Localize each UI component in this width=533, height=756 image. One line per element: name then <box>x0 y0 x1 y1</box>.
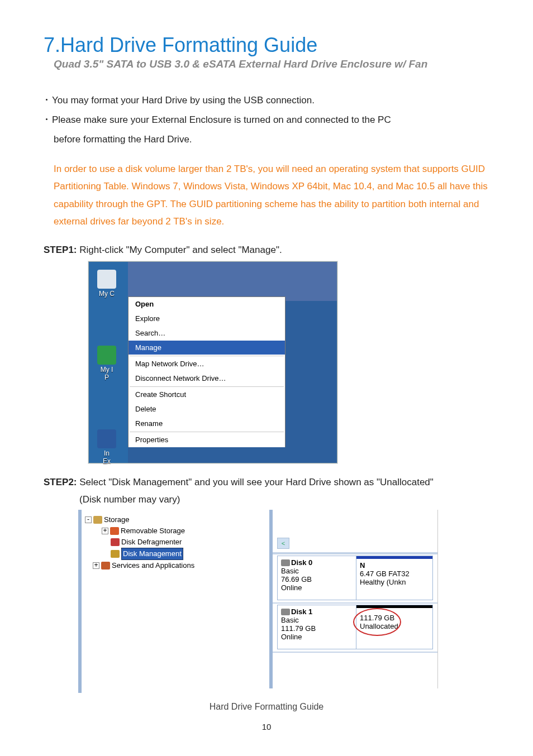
volume-size: 6.47 GB FAT32 <box>360 570 410 578</box>
bullet-dot-icon <box>46 99 47 101</box>
menu-open[interactable]: Open <box>129 297 285 312</box>
tree-removable[interactable]: + Removable Storage <box>85 525 259 537</box>
ie-icon[interactable]: In Ex <box>96 429 118 465</box>
tree-services[interactable]: + Services and Applications <box>85 560 259 571</box>
disk-mgmt-icon <box>111 550 120 558</box>
disk0-row[interactable]: Disk 0 Basic 76.69 GB Online N 6.47 GB F… <box>277 556 433 600</box>
menu-rename[interactable]: Rename <box>129 417 285 431</box>
disk0-header: Disk 0 Basic 76.69 GB Online <box>278 556 356 600</box>
defrag-icon <box>111 538 120 546</box>
page-subtitle: Quad 3.5" SATA to USB 3.0 & eSATA Extern… <box>54 58 489 70</box>
panel-divider <box>273 652 437 653</box>
page-number: 10 <box>44 722 489 731</box>
screenshot-disk-panel: < Disk 0 Basic 76.69 GB Online N 6.47 GB… <box>269 510 438 688</box>
screenshot-row: - Storage + Removable Storage Disk Defra… <box>78 510 489 693</box>
tree-label: Services and Applications <box>112 560 194 571</box>
menu-manage[interactable]: Manage <box>129 341 285 355</box>
disk1-header: Disk 1 Basic 111.79 GB Online <box>278 605 356 649</box>
panel-divider <box>273 602 437 604</box>
services-icon <box>101 562 110 570</box>
menu-separator <box>130 432 284 432</box>
icon-label: My I P <box>96 366 118 381</box>
tree-label: Disk Defragmenter <box>121 537 182 548</box>
screenshot-context-menu: My C My I P In Ex Open Explore Search… M… <box>88 261 337 463</box>
disk1-title: Disk 1 <box>291 607 312 616</box>
step2: STEP2: Select "Disk Management" and you … <box>44 475 489 490</box>
disk0-size: 76.69 GB <box>281 575 353 583</box>
disk0-title: Disk 0 <box>291 558 312 567</box>
disk1-volumes: 111.79 GB Unallocated <box>356 605 432 649</box>
my-computer-icon[interactable]: My C <box>96 270 118 298</box>
context-menu: Open Explore Search… Manage Map Network … <box>128 296 285 447</box>
page-title: 7.Hard Drive Formatting Guide <box>44 34 489 57</box>
disk-icon <box>281 609 290 615</box>
document-page: 7.Hard Drive Formatting Guide Quad 3.5" … <box>0 0 533 756</box>
disk1-row[interactable]: Disk 1 Basic 111.79 GB Online 111.79 GB … <box>277 605 433 649</box>
menu-delete[interactable]: Delete <box>129 402 285 417</box>
menu-map-drive[interactable]: Map Network Drive… <box>129 357 285 371</box>
bullet-text: Please make sure your External Enclosure… <box>52 112 391 128</box>
highlight-circle-icon <box>353 608 401 636</box>
menu-create-shortcut[interactable]: Create Shortcut <box>129 387 285 402</box>
screenshot-tree: - Storage + Removable Storage Disk Defra… <box>78 510 259 693</box>
bullet-item: Please make sure your External Enclosure… <box>44 112 489 128</box>
disk0-volumes: N 6.47 GB FAT32 Healthy (Unkn <box>356 556 432 600</box>
disk0-type: Basic <box>281 567 353 575</box>
menu-separator <box>130 386 284 387</box>
scroll-left-button[interactable]: < <box>277 538 289 549</box>
tree-storage[interactable]: - Storage <box>85 514 259 525</box>
folder-icon <box>97 346 116 365</box>
tree-label: Storage <box>104 514 130 525</box>
disk0-partition[interactable]: N 6.47 GB FAT32 Healthy (Unkn <box>356 556 432 600</box>
menu-disconnect-drive[interactable]: Disconnect Network Drive… <box>129 371 285 386</box>
bullet-item: You may format your Hard Drive by using … <box>44 93 489 109</box>
my-documents-icon[interactable]: My I P <box>96 346 118 381</box>
chevron-left-icon: < <box>282 540 285 547</box>
icon-label: My C <box>99 290 115 298</box>
desktop-background: My C My I P In Ex <box>89 262 128 463</box>
tree-defrag[interactable]: Disk Defragmenter <box>85 537 259 548</box>
computer-icon <box>97 270 116 289</box>
menu-separator <box>130 356 284 356</box>
volume-name: N <box>360 561 365 570</box>
storage-icon <box>93 516 102 524</box>
bullet-text: You may format your Hard Drive by using … <box>52 93 315 109</box>
warning-paragraph: In order to use a disk volume larger tha… <box>54 160 489 231</box>
step1-label: STEP1: <box>44 245 77 255</box>
panel-divider <box>273 552 437 554</box>
bullet-dot-icon <box>46 118 47 120</box>
footer-title: Hard Drive Formatting Guide <box>44 702 489 712</box>
step1-text: Right-click "My Computer" and select "Ma… <box>77 245 282 255</box>
bullet-continuation: before formatting the Hard Drive. <box>54 132 489 148</box>
removable-icon <box>110 527 119 535</box>
tree-disk-management[interactable]: Disk Management <box>85 548 259 560</box>
tree-label: Removable Storage <box>121 525 185 537</box>
expand-icon[interactable]: + <box>102 528 108 534</box>
menu-explore[interactable]: Explore <box>129 312 285 326</box>
step2-label: STEP2: <box>44 477 77 487</box>
volume-status: Healthy (Unkn <box>360 578 406 586</box>
disk0-status: Online <box>281 583 353 592</box>
step2-continuation: (Disk number may vary) <box>79 494 489 505</box>
disk1-unallocated[interactable]: 111.79 GB Unallocated <box>356 605 432 649</box>
disk1-status: Online <box>281 633 353 641</box>
icon-label: In Ex <box>96 449 118 465</box>
disk-icon <box>281 559 290 566</box>
tree-label-selected: Disk Management <box>121 548 183 560</box>
menu-search[interactable]: Search… <box>129 326 285 341</box>
browser-icon <box>97 429 116 448</box>
disk1-type: Basic <box>281 616 353 624</box>
step2-text: Select "Disk Management" and you will se… <box>77 477 434 487</box>
expand-icon[interactable]: + <box>93 562 99 569</box>
disk1-size: 111.79 GB <box>281 624 353 633</box>
step1: STEP1: Right-click "My Computer" and sel… <box>44 242 489 258</box>
collapse-icon[interactable]: - <box>85 516 92 523</box>
menu-properties[interactable]: Properties <box>129 433 285 447</box>
